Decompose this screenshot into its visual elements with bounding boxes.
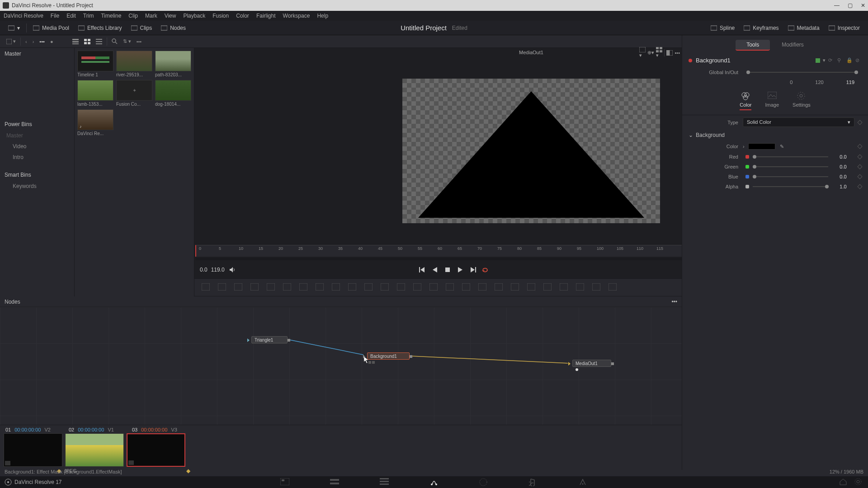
ellipse-tool-icon[interactable] <box>446 283 455 291</box>
clip-thumb[interactable]: Timeline 1 <box>77 51 113 77</box>
timeline-clip-2[interactable] <box>65 433 124 467</box>
menu-file[interactable]: File <box>47 13 63 19</box>
nodes-more-icon[interactable]: ••• <box>671 299 677 305</box>
node-view-dot[interactable] <box>372 361 375 364</box>
color-page-tab[interactable] <box>479 478 488 486</box>
spline-button[interactable]: Spline <box>706 23 739 33</box>
bg-tool-icon[interactable] <box>202 283 211 291</box>
keyframe-diamond[interactable] <box>857 174 862 179</box>
grid-view-icon[interactable] <box>81 39 93 44</box>
clip-thumb[interactable]: river-29519... <box>116 51 152 77</box>
stop-button[interactable] <box>443 266 452 274</box>
node-triangle1[interactable]: Triangle1 <box>251 336 288 343</box>
viewer-opt-2[interactable]: ⊕▾ <box>647 50 654 56</box>
search-icon[interactable] <box>109 38 120 44</box>
transform-tool-icon[interactable] <box>348 283 357 291</box>
dot-button[interactable]: ● <box>47 39 56 44</box>
more-options-icon[interactable]: ••• <box>134 39 145 44</box>
minimize-button[interactable]: — <box>834 2 840 9</box>
merge-tool-icon[interactable] <box>218 283 227 291</box>
strip-view-icon[interactable] <box>70 39 81 44</box>
red-value[interactable]: 0.0 <box>832 154 854 160</box>
particle-tool-icon[interactable] <box>592 283 601 291</box>
last-frame-button[interactable] <box>469 266 477 274</box>
cam3d-tool-icon[interactable] <box>576 283 585 291</box>
media-page-tab[interactable] <box>280 478 289 486</box>
node-background1[interactable]: Background1 <box>367 352 410 360</box>
alpha-slider[interactable] <box>753 186 828 187</box>
menu-fusion[interactable]: Fusion <box>209 13 232 19</box>
loop-button[interactable] <box>481 266 490 274</box>
viewer-opt-4[interactable] <box>666 50 673 56</box>
background-section-toggle[interactable]: ⌄Background <box>682 129 868 141</box>
powerbin-intro[interactable]: Intro <box>0 152 74 163</box>
refresh-icon[interactable]: ⟳ <box>828 57 835 64</box>
eyedropper-icon[interactable]: ✎ <box>780 144 784 150</box>
pin-icon[interactable]: ⚲ <box>837 57 844 64</box>
clip-thumb[interactable]: dog-18014... <box>155 80 191 107</box>
node-view-dot[interactable] <box>576 368 578 371</box>
keyframe-diamond[interactable] <box>857 120 862 125</box>
first-frame-button[interactable] <box>418 266 426 274</box>
inspector-mode-color[interactable]: Color <box>740 92 751 110</box>
menu-playback[interactable]: Playback <box>179 13 209 19</box>
clip-thumb[interactable]: path-83203... <box>155 51 191 77</box>
keyframes-button[interactable]: Keyframes <box>739 23 783 33</box>
menu-help[interactable]: Help <box>313 13 332 19</box>
reset-icon[interactable]: ⊘ <box>855 57 862 64</box>
nodes-canvas[interactable]: Triangle1 Background1 MediaOut1 <box>0 307 682 425</box>
keyframe-diamond[interactable] <box>857 144 862 149</box>
inspector-tab-tools[interactable]: Tools <box>736 40 770 51</box>
inspector-tab-modifiers[interactable]: Modifiers <box>771 40 815 51</box>
maximize-button[interactable]: ▢ <box>848 2 853 9</box>
dropdown-button[interactable]: ▾ <box>4 23 24 33</box>
planar-tool-icon[interactable] <box>527 283 536 291</box>
nav-back[interactable]: ‹ <box>23 39 30 44</box>
mask-pen-tool-icon[interactable] <box>283 283 292 291</box>
power-bins-header[interactable]: Power Bins <box>0 118 74 130</box>
inspector-mode-settings[interactable]: Settings <box>793 92 811 110</box>
powerbin-master[interactable]: Master <box>0 130 74 141</box>
type-select[interactable]: Solid Color▾ <box>743 117 854 127</box>
nav-fwd[interactable]: › <box>30 39 37 44</box>
color-expand-icon[interactable]: › <box>743 144 745 149</box>
smart-bins-header[interactable]: Smart Bins <box>0 169 74 181</box>
menu-fairlight[interactable]: Fairlight <box>253 13 279 19</box>
bspline-tool-icon[interactable] <box>478 283 487 291</box>
color-swatch[interactable] <box>748 143 775 150</box>
menu-mark[interactable]: Mark <box>142 13 161 19</box>
inspector-button[interactable]: Inspector <box>824 23 864 33</box>
close-button[interactable]: ✕ <box>861 2 865 9</box>
ellipsis-button[interactable]: ••• <box>37 39 47 44</box>
nodes-button[interactable]: Nodes <box>156 23 190 33</box>
timeline-clip-1[interactable] <box>4 433 62 467</box>
node-output-port[interactable] <box>611 362 614 365</box>
project-settings-icon[interactable] <box>854 478 863 486</box>
green-slider[interactable] <box>753 166 828 167</box>
lock-icon[interactable]: 🔒 <box>846 57 853 64</box>
menu-trim[interactable]: Trim <box>80 13 98 19</box>
home-icon[interactable] <box>839 478 848 486</box>
red-slider[interactable] <box>753 156 828 157</box>
corner-tool-icon[interactable] <box>413 283 422 291</box>
node-output-port[interactable] <box>410 355 412 358</box>
crop-tool-icon[interactable] <box>381 283 390 291</box>
keyframe-diamond[interactable] <box>857 164 862 169</box>
keyframe-diamond[interactable] <box>857 184 862 189</box>
drop-tool-icon[interactable] <box>332 283 341 291</box>
keyframe-diamond[interactable] <box>857 154 862 159</box>
light-tool-icon[interactable] <box>316 283 325 291</box>
blue-slider[interactable] <box>753 176 828 177</box>
effects-library-button[interactable]: Effects Library <box>74 23 126 33</box>
play-button[interactable] <box>456 266 464 274</box>
audio-icon[interactable] <box>228 266 236 274</box>
viewer-more[interactable]: ••• <box>675 50 680 56</box>
metadata-button[interactable]: Metadata <box>783 23 824 33</box>
deliver-page-tab[interactable] <box>579 478 588 486</box>
letterbox-tool-icon[interactable] <box>397 283 406 291</box>
menu-edit[interactable]: Edit <box>63 13 80 19</box>
menu-color[interactable]: Color <box>232 13 253 19</box>
node-output-port[interactable] <box>288 339 290 342</box>
clip-thumb[interactable]: ♪DaVinci Re... <box>77 109 113 136</box>
fairlight-page-tab[interactable] <box>529 478 538 486</box>
